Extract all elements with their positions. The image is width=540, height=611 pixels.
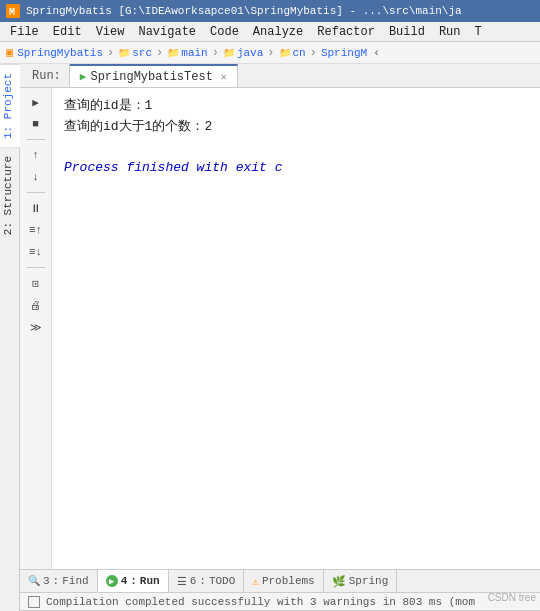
breadcrumb-java: 📁 java [223,47,263,59]
tab-todo[interactable]: ☰ 6: TODO [169,570,245,592]
scroll-up-button[interactable]: ↑ [25,145,47,165]
warning-icon: ⚠ [252,575,259,588]
side-tabs: 1: Project 2: Structure [0,64,20,611]
content-wrapper: ▶ ■ ↑ ↓ ⏸ ≡↑ ≡↓ ⊡ 🖨 ≫ 查询的id是：1 查询的id大于1的… [20,88,540,569]
breadcrumb-project[interactable]: SpringMybatis [17,47,103,59]
menu-navigate[interactable]: Navigate [132,22,202,42]
side-tab-project[interactable]: 1: Project [0,64,20,147]
breadcrumb-src: 📁 src [118,47,152,59]
breadcrumb-main: 📁 main [167,47,207,59]
tab-close-icon[interactable]: ✕ [221,71,227,83]
tab-problems[interactable]: ⚠ Problems [244,570,323,592]
stop-button[interactable]: ■ [25,114,47,134]
tab-strip: Run: ▶ SpringMybatisTest ✕ [20,64,540,88]
menu-build[interactable]: Build [383,22,431,42]
run-button[interactable]: ▶ [25,92,47,112]
breadcrumb: ▣ SpringMybatis › 📁 src › 📁 main › 📁 jav… [0,42,540,64]
tab-spring[interactable]: 🌿 Spring [324,570,398,592]
app-icon: M [6,4,20,18]
console-line-2: 查询的id大于1的个数：2 [64,117,528,138]
menu-refactor[interactable]: Refactor [311,22,381,42]
toolbar-divider-2 [27,192,45,193]
spring-icon: 🌿 [332,575,346,588]
search-icon: 🔍 [28,575,40,587]
toolbar-divider-1 [27,139,45,140]
console-output: 查询的id是：1 查询的id大于1的个数：2 Process finished … [52,88,540,569]
breadcrumb-arrow: ‹ [373,47,380,59]
sort-button[interactable]: ≡↑ [25,220,47,240]
title-bar: M SpringMybatis [G:\IDEAworksapce01\Spri… [0,0,540,22]
status-text: Compilation completed successfully with … [46,596,475,608]
main-area: 1: Project 2: Structure Run: ▶ SpringMyb… [0,64,540,611]
more-button[interactable]: ≫ [25,317,47,337]
run-tab-test[interactable]: ▶ SpringMybatisTest ✕ [70,64,238,87]
scroll-down-button[interactable]: ↓ [25,167,47,187]
filter-button[interactable]: ≡↓ [25,242,47,262]
console-line-1: 查询的id是：1 [64,96,528,117]
list-icon: ☰ [177,575,187,588]
menu-view[interactable]: View [90,22,131,42]
title-text: SpringMybatis [G:\IDEAworksapce01\Spring… [26,5,462,17]
wrap-button[interactable]: ⊡ [25,273,47,293]
tab-find[interactable]: 🔍 3: Find [20,570,98,592]
console-line-3 [64,138,528,159]
status-bar: Compilation completed successfully with … [20,593,540,611]
watermark: CSDN tree [488,592,536,603]
menu-code[interactable]: Code [204,22,245,42]
run-toolbar: ▶ ■ ↑ ↓ ⏸ ≡↑ ≡↓ ⊡ 🖨 ≫ [20,88,52,569]
console-line-4: Process finished with exit c [64,158,528,179]
toolbar-divider-3 [27,267,45,268]
menu-bar: File Edit View Navigate Code Analyze Ref… [0,22,540,42]
project-icon: ▣ [6,45,13,60]
tab-run[interactable]: ▶ 4: Run [98,570,169,592]
run-icon: ▶ [106,575,118,587]
menu-more[interactable]: T [469,22,488,42]
run-container: Run: ▶ SpringMybatisTest ✕ ▶ ■ ↑ ↓ ⏸ ≡↑ … [20,64,540,611]
print-button[interactable]: 🖨 [25,295,47,315]
menu-analyze[interactable]: Analyze [247,22,309,42]
svg-text:M: M [9,7,15,18]
pause-button[interactable]: ⏸ [25,198,47,218]
menu-file[interactable]: File [4,22,45,42]
breadcrumb-cn: 📁 cn [279,47,306,59]
menu-run[interactable]: Run [433,22,467,42]
run-label: Run: [24,64,70,87]
menu-edit[interactable]: Edit [47,22,88,42]
status-checkbox[interactable] [28,596,40,608]
bottom-tab-bar: 🔍 3: Find ▶ 4: Run ☰ 6: TODO ⚠ Problems … [20,569,540,593]
breadcrumb-springm[interactable]: SpringM [321,47,367,59]
side-tab-structure[interactable]: 2: Structure [0,147,20,243]
